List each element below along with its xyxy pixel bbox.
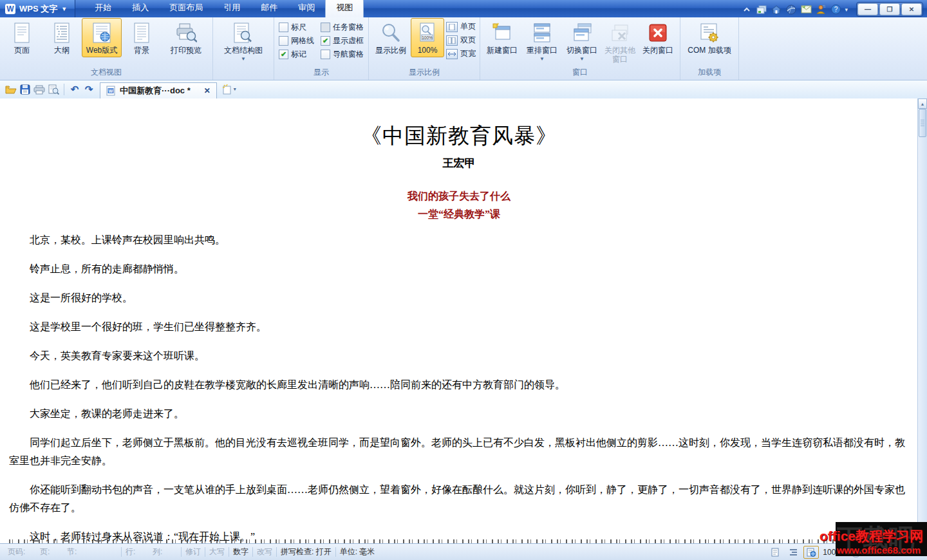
document-author: 王宏甲 xyxy=(9,156,909,171)
checkbox-task-pane[interactable]: 任务窗格 xyxy=(321,21,364,34)
com-addins-button[interactable]: COM 加载项 xyxy=(682,18,736,57)
web-layout-button[interactable]: Web版式 xyxy=(82,18,122,57)
checkbox-label: 标记 xyxy=(291,49,306,60)
browser-globe-icon[interactable] xyxy=(785,4,797,15)
one-page-icon xyxy=(446,22,458,32)
two-pages-button[interactable]: 双页 xyxy=(444,33,478,47)
document-map-label: 文档结构图 xyxy=(224,46,263,55)
outline-view-button[interactable]: 大纲 xyxy=(42,18,82,57)
zoom-100-button[interactable]: 100% 100% xyxy=(411,18,444,57)
paragraph: 今天，英美教育专家要来这个班听课。 xyxy=(9,347,909,365)
menu-tab-references[interactable]: 引用 xyxy=(213,0,250,17)
document-tab-title: 中国新教育···doc * xyxy=(120,85,191,97)
paragraph: 这是一所很好的学校。 xyxy=(9,289,909,307)
paragraph: 大家坐定，教课的老师走进来了。 xyxy=(9,405,909,423)
checkbox-box: ✔ xyxy=(279,50,288,59)
menu-tab-mailings[interactable]: 邮件 xyxy=(250,0,288,17)
tab-close-icon[interactable]: ✕ xyxy=(204,86,211,95)
collapse-ribbon-icon[interactable] xyxy=(741,4,753,15)
status-web-view-button[interactable] xyxy=(803,546,819,559)
background-label: 背景 xyxy=(134,46,149,55)
status-caps[interactable]: 大写 xyxy=(205,546,229,557)
app-menu-button[interactable]: W WPS 文字 ▼ xyxy=(0,0,75,17)
checkbox-label: 导航窗格 xyxy=(333,49,364,60)
close-window-button[interactable]: 关闭窗口 xyxy=(638,18,678,57)
titlebar: W WPS 文字 ▼ 开始 插入 页面布局 引用 邮件 审阅 视图 ? xyxy=(0,0,927,17)
save-icon[interactable] xyxy=(18,83,32,96)
switch-windows-label: 切换窗口 xyxy=(566,46,597,55)
minimize-button[interactable]: — xyxy=(857,3,878,15)
print-preview-small-icon[interactable] xyxy=(46,83,61,96)
zoom-magnifier-icon xyxy=(380,22,402,44)
scrollbar-thumb[interactable] xyxy=(919,109,926,137)
menu-tab-view[interactable]: 视图 xyxy=(325,0,364,17)
status-page-number: 页码: xyxy=(4,546,36,557)
two-pages-icon xyxy=(446,35,458,46)
checkbox-navigation-pane[interactable]: 导航窗格 xyxy=(321,48,364,61)
checkbox-gridlines[interactable]: 网格线 xyxy=(279,34,314,48)
outline-view-icon xyxy=(51,22,73,44)
checkbox-box xyxy=(279,36,288,46)
switch-window-icon[interactable] xyxy=(756,4,767,15)
new-window-button[interactable]: 新建窗口 xyxy=(482,18,522,57)
print-icon[interactable] xyxy=(32,83,46,96)
page-view-icon xyxy=(11,22,33,44)
status-track-changes[interactable]: 修订 xyxy=(182,546,205,557)
print-preview-button[interactable]: 打印预览 xyxy=(162,18,211,57)
checkbox-ruler[interactable]: 标尺 xyxy=(279,21,314,34)
page-view-label: 页面 xyxy=(14,46,30,55)
app-name: WPS 文字 xyxy=(19,3,57,15)
status-overwrite[interactable]: 改写 xyxy=(253,546,276,557)
menu-tab-insert[interactable]: 插入 xyxy=(122,0,159,17)
page-width-button[interactable]: 页宽 xyxy=(444,47,478,61)
checkbox-text-boundaries[interactable]: ✔ 显示虚框 xyxy=(321,34,364,48)
help-icon[interactable]: ? xyxy=(830,4,841,15)
one-page-button[interactable]: 单页 xyxy=(444,20,478,33)
new-document-icon xyxy=(222,84,232,95)
restore-button[interactable]: ❐ xyxy=(879,3,900,15)
status-column: 列: xyxy=(149,546,181,557)
mail-icon[interactable] xyxy=(800,4,812,15)
status-page-view-button[interactable] xyxy=(767,546,783,559)
group-label-window: 窗口 xyxy=(482,66,678,80)
one-page-label: 单页 xyxy=(460,21,476,32)
scroll-up-button[interactable]: ▲ xyxy=(918,98,927,109)
close-window-icon xyxy=(647,22,669,44)
home-icon[interactable] xyxy=(771,4,782,15)
group-label-document-views: 文档视图 xyxy=(2,66,211,80)
menu-tab-review[interactable]: 审阅 xyxy=(288,0,325,17)
checkbox-label: 显示虚框 xyxy=(333,35,364,46)
page-view-button[interactable]: 页面 xyxy=(2,18,42,57)
document-title: 《中国新教育风暴》 xyxy=(9,122,909,151)
checkbox-label: 标尺 xyxy=(291,22,306,33)
user-icon[interactable] xyxy=(815,4,827,15)
close-button[interactable]: ✕ xyxy=(901,3,922,15)
background-button[interactable]: 背景 xyxy=(122,18,162,57)
document-map-button[interactable]: 文档结构图 ▼ xyxy=(215,18,272,64)
status-outline-view-button[interactable] xyxy=(785,546,801,559)
switch-windows-button[interactable]: 切换窗口 ▼ xyxy=(562,18,602,64)
checkbox-box xyxy=(321,23,330,32)
undo-button[interactable]: ↶ xyxy=(68,84,82,95)
open-icon[interactable] xyxy=(4,83,18,96)
divider xyxy=(64,84,64,95)
arrange-windows-button[interactable]: 重排窗口 ▼ xyxy=(522,18,562,64)
new-tab-button[interactable]: ▾ xyxy=(222,84,236,95)
zoom-label: 显示比例 xyxy=(375,46,406,55)
menu-tab-start[interactable]: 开始 xyxy=(84,0,122,17)
status-numlock[interactable]: 数字 xyxy=(229,546,252,557)
zoom-button[interactable]: 显示比例 xyxy=(371,18,411,57)
help-dropdown-icon[interactable]: ▾ xyxy=(845,6,848,13)
document-tab[interactable]: W 中国新教育···doc * ✕ xyxy=(100,82,217,99)
status-spellcheck[interactable]: 拼写检查: 打开 xyxy=(277,546,335,557)
checkbox-markup[interactable]: ✔ 标记 xyxy=(279,48,314,61)
wps-doc-icon: W xyxy=(106,86,115,96)
redo-button[interactable]: ↷ xyxy=(82,84,96,95)
vertical-scrollbar[interactable]: ▲ ▼ xyxy=(917,98,927,544)
background-icon xyxy=(131,22,153,44)
chevron-down-icon: ▼ xyxy=(241,57,246,62)
menu-tab-page-layout[interactable]: 页面布局 xyxy=(159,0,213,17)
statusbar: 页码: 页: 节: 行: 列: 修订 大写 数字 改写 拼写检查: 打开 单位:… xyxy=(0,543,927,560)
document-canvas[interactable]: 《中国新教育风暴》 王宏甲 我们的孩子失去了什么 一堂“经典教学”课 北京，某校… xyxy=(0,98,927,544)
chevron-down-icon: ▼ xyxy=(579,57,585,62)
